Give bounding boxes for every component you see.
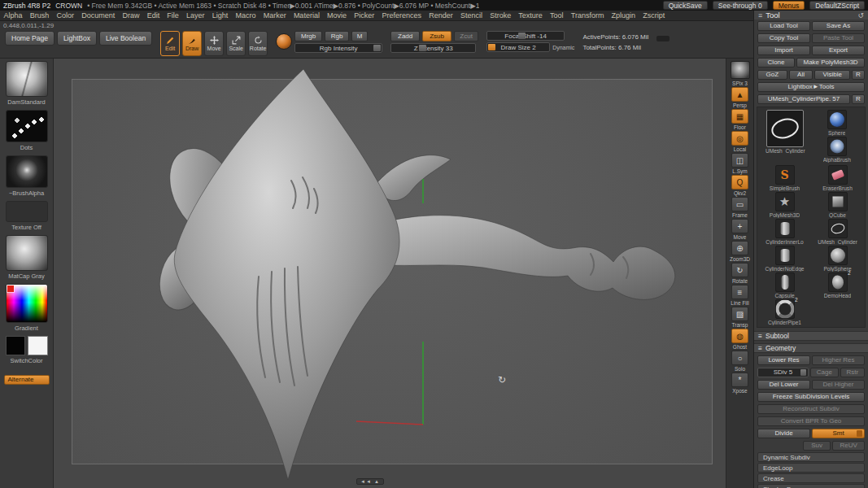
goz-visible-button[interactable]: Visible (814, 70, 850, 80)
higher-res-button[interactable]: Higher Res (812, 355, 865, 365)
reuv-button[interactable]: ReUV (832, 441, 865, 451)
right-shelf-icon[interactable]: ▨ (731, 307, 748, 321)
scale-mode-button[interactable]: Scale (226, 31, 246, 56)
menu-item[interactable]: Zscript (639, 11, 669, 20)
rstr-button[interactable]: Rstr (840, 368, 865, 377)
tool-thumbnail[interactable]: 2 (775, 299, 795, 319)
tool-thumbnail[interactable] (775, 165, 795, 185)
rotate-mode-button[interactable]: Rotate (248, 31, 268, 56)
right-shelf-button[interactable]: + Move (730, 219, 750, 240)
tool-thumbnail[interactable] (775, 246, 795, 265)
rgb-intensity-slider[interactable]: Rgb Intensity (294, 43, 382, 53)
right-shelf-icon[interactable]: ▲ (731, 87, 748, 102)
menu-item[interactable]: File (164, 11, 183, 20)
smt-slider[interactable]: Smt (812, 429, 865, 438)
tool-inventory-item[interactable]: Capsule (759, 272, 810, 298)
lightbox-button[interactable]: LightBox (57, 31, 97, 46)
geometry-subsection-bar[interactable]: Crease (757, 473, 865, 483)
tool-thumbnail[interactable] (827, 110, 847, 129)
menu-item[interactable]: Brush (26, 11, 53, 20)
home-page-button[interactable]: Home Page (5, 31, 55, 46)
menus-toggle-button[interactable]: Menus (773, 1, 805, 10)
restore-icon[interactable]: ↺ (857, 11, 864, 20)
scroll-left-icon[interactable]: ◄◄ (360, 479, 372, 484)
make-polymesh3d-button[interactable]: Make PolyMesh3D (796, 58, 865, 68)
tool-thumbnail[interactable]: 2 (828, 272, 848, 292)
tool-thumbnail[interactable] (775, 272, 795, 292)
right-shelf-button[interactable]: ○ Solo (730, 351, 750, 372)
right-shelf-icon[interactable]: ≡ (731, 285, 748, 299)
menu-item[interactable]: Layer (182, 11, 208, 20)
geometry-section-header[interactable]: ≡ Geometry (754, 343, 868, 353)
menu-item[interactable]: Zplugin (608, 11, 639, 20)
mrgb-button[interactable]: Mrgb (294, 31, 322, 41)
geometry-subsection-bar[interactable]: Dynamic Subdiv (757, 452, 865, 462)
tool-inventory-item[interactable]: QCube (812, 192, 863, 218)
right-shelf-icon[interactable]: ◍ (731, 329, 748, 343)
rgb-button[interactable]: Rgb (325, 31, 349, 41)
tool-inventory-item[interactable]: 2 CylinderPipe1 (759, 299, 810, 325)
draw-size-slider[interactable]: Draw Size 2 (486, 42, 550, 52)
menu-item[interactable]: Light (208, 11, 232, 20)
right-shelf-icon[interactable]: ▦ (731, 109, 748, 124)
right-shelf-button[interactable]: ⊕ Zoom3D (730, 241, 750, 262)
z-intensity-slider[interactable]: Z Intensity 33 (390, 43, 476, 53)
sdiv-slider[interactable]: SDiv 5 (757, 368, 809, 377)
shelf-collapse-handle[interactable] (656, 36, 670, 41)
right-shelf-button[interactable]: ▲ Persp (730, 87, 750, 108)
freeze-subdivision-button[interactable]: Freeze SubDivision Levels (757, 392, 865, 402)
menu-item[interactable]: Transform (567, 11, 608, 20)
canvas-scroll-arrows[interactable]: ◄◄ ▲ (356, 478, 384, 485)
menu-item[interactable]: Color (53, 11, 78, 20)
tool-inventory-item[interactable]: UMesh_Cylinder (812, 219, 863, 245)
tool-inventory-item[interactable]: PolySphere (812, 246, 863, 272)
current-material-swatch[interactable] (276, 33, 292, 50)
goz-all-button[interactable]: All (789, 70, 813, 80)
menu-item[interactable]: Preferences (378, 11, 425, 20)
default-zscript-button[interactable]: DefaultZScript (809, 1, 865, 10)
menu-item[interactable]: Material (290, 11, 323, 20)
tray-thumbnail[interactable] (6, 284, 48, 323)
scroll-up-icon[interactable]: ▲ (374, 479, 380, 484)
m-button[interactable]: M (351, 31, 368, 41)
menu-item[interactable]: Marker (260, 11, 290, 20)
right-shelf-button[interactable]: ▦ Floor (730, 109, 750, 130)
right-shelf-button[interactable]: ↻ Rotate (730, 263, 750, 284)
live-boolean-button[interactable]: Live Boolean (99, 31, 152, 46)
right-shelf-icon[interactable]: ↻ (731, 263, 748, 277)
clone-button[interactable]: Clone (757, 58, 795, 68)
right-shelf-button[interactable]: ◎ Local (730, 131, 750, 152)
zsub-button[interactable]: Zsub (422, 31, 451, 41)
right-shelf-icon[interactable]: ▭ (731, 197, 748, 211)
tool-inventory-item[interactable]: PolyMesh3D (759, 192, 810, 218)
spix-slider[interactable]: SPix 3 (732, 81, 748, 86)
see-through-slider[interactable]: See-through 0 (713, 1, 768, 10)
tray-thumbnail[interactable] (6, 61, 48, 97)
right-shelf-icon[interactable]: ◫ (731, 153, 748, 168)
tool-inventory-item[interactable]: Sphere (813, 110, 862, 136)
tray-thumbnail[interactable] (6, 110, 48, 142)
bpr-preview-thumbnail[interactable] (731, 61, 750, 79)
del-lower-button[interactable]: Del Lower (757, 380, 810, 390)
right-shelf-button[interactable]: Q Qkv2 (730, 175, 750, 196)
lower-res-button[interactable]: Lower Res (757, 355, 810, 365)
quicksave-button[interactable]: QuickSave (663, 1, 708, 10)
lightbox-tools-button[interactable]: Lightbox►Tools (757, 82, 865, 92)
menu-item[interactable]: Edit (143, 11, 164, 20)
dynamic-size-label[interactable]: Dynamic (552, 45, 574, 50)
selected-tool-thumbnail[interactable] (766, 110, 804, 147)
right-shelf-icon[interactable]: * (731, 373, 748, 387)
current-tool-button[interactable]: UMesh_CylinderPipe. 57 (757, 94, 850, 104)
right-shelf-icon[interactable]: + (731, 219, 748, 233)
tray-thumbnail[interactable] (6, 155, 48, 188)
goz-button[interactable]: GoZ (757, 70, 787, 80)
menu-item[interactable]: Draw (119, 11, 143, 20)
cage-button[interactable]: Cage (810, 368, 839, 377)
right-shelf-icon[interactable]: Q (731, 175, 748, 190)
viewport-canvas[interactable]: ↻ ◄◄ ▲ (54, 59, 726, 488)
menu-item[interactable]: Texture (515, 11, 547, 20)
alternate-color-button[interactable]: Alternate (4, 375, 50, 385)
tool-palette-header[interactable]: ≡ Tool ↺ (754, 11, 868, 20)
save-as-button[interactable]: Save As (812, 21, 865, 31)
divide-button[interactable]: Divide (757, 429, 810, 438)
